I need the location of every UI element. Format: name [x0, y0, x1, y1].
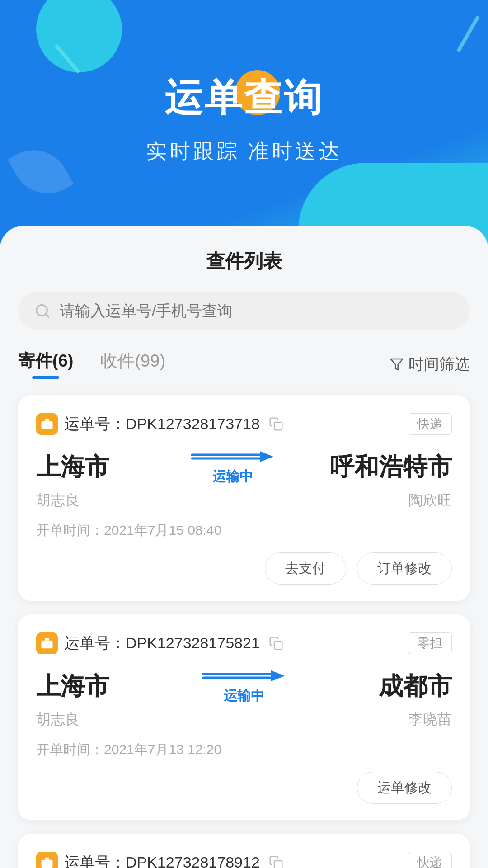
tab-receive[interactable]: 收件(99) [100, 349, 165, 379]
waybill-badge-3: 快递 [408, 852, 452, 868]
copy-icon-3[interactable] [269, 855, 283, 868]
waybill-icon-3 [36, 852, 58, 868]
waybill-card-2: 运单号：DPK127328175821 零担 上海市 运输中 成都市 [18, 614, 470, 820]
to-city-1: 呼和浩特市 [330, 451, 452, 484]
copy-icon-1[interactable] [269, 417, 283, 431]
waybill-header-1: 运单号：DPK127328173718 快递 [36, 413, 452, 435]
waybill-header-3: 运单号：DPK127328178912 快递 [36, 852, 452, 868]
hero-subtitle: 实时跟踪 准时送达 [146, 137, 343, 165]
filter-icon [389, 357, 404, 372]
arrow-svg-1 [188, 448, 278, 465]
pay-button-1[interactable]: 去支付 [265, 552, 346, 585]
search-icon [34, 303, 51, 319]
waybill-time-2: 开单时间：2021年7月13 12:20 [36, 741, 452, 759]
hero-title: 运单查询 [164, 72, 324, 124]
waybill-no-1: 运单号：DPK127328173718 [64, 414, 260, 434]
arrow-svg-2 [199, 668, 289, 684]
main-card: 查件列表 寄件(6) 收件(99) 时间筛选 运单号 [0, 226, 488, 868]
waybill-actions-2: 运单修改 [36, 772, 452, 804]
waybill-badge-2: 零担 [408, 632, 452, 654]
search-bar[interactable] [18, 292, 470, 330]
from-name-2: 胡志良 [36, 710, 136, 730]
waybill-header-left-1: 运单号：DPK127328173718 [36, 413, 283, 435]
waybill-header-left-2: 运单号：DPK127328175821 [36, 632, 283, 654]
route-status-1: 运输中 [212, 467, 253, 486]
waybill-header-2: 运单号：DPK127328175821 零担 [36, 632, 452, 654]
waybill-header-left-3: 运单号：DPK127328178912 [36, 852, 283, 868]
to-name-2: 李晓苗 [352, 710, 452, 730]
route-names-2: 胡志良 李晓苗 [36, 710, 452, 730]
hero-section: 运单查询 实时跟踪 准时送达 [0, 0, 488, 253]
search-input[interactable] [60, 302, 454, 320]
modify-order-button-1[interactable]: 订单修改 [357, 552, 452, 585]
route-row-2: 上海市 运输中 成都市 [36, 668, 452, 705]
svg-rect-13 [42, 860, 53, 868]
copy-icon-2[interactable] [269, 636, 283, 651]
hero-content: 运单查询 实时跟踪 准时送达 [0, 0, 488, 165]
to-city-2: 成都市 [352, 670, 452, 703]
to-name-1: 陶欣旺 [352, 491, 452, 510]
svg-rect-4 [274, 422, 282, 430]
route-names-1: 胡志良 陶欣旺 [36, 491, 452, 510]
waybill-no-3: 运单号：DPK127328178912 [64, 852, 260, 868]
svg-line-1 [46, 314, 49, 317]
time-filter-button[interactable]: 时间筛选 [389, 354, 470, 375]
route-row-1: 上海市 运输中 呼和浩特市 [36, 448, 452, 486]
svg-marker-2 [391, 359, 403, 370]
from-city-1: 上海市 [36, 451, 136, 484]
route-status-2: 运输中 [224, 687, 264, 705]
card-title: 查件列表 [18, 249, 470, 274]
time-filter-label: 时间筛选 [408, 354, 470, 375]
waybill-actions-1: 去支付 订单修改 [36, 552, 452, 585]
svg-marker-12 [271, 670, 285, 681]
waybill-card-3: 运单号：DPK127328178912 快递 [18, 834, 470, 868]
svg-rect-8 [42, 641, 53, 649]
waybill-card-1: 运单号：DPK127328173718 快递 上海市 运输中 呼和浩特市 [18, 395, 470, 601]
svg-rect-14 [274, 861, 282, 868]
waybill-icon-1 [36, 413, 58, 435]
from-city-2: 上海市 [36, 670, 136, 703]
svg-rect-9 [274, 642, 282, 649]
svg-rect-3 [42, 421, 53, 429]
tab-send[interactable]: 寄件(6) [18, 349, 73, 379]
waybill-icon-2 [36, 632, 58, 654]
waybill-time-1: 开单时间：2021年7月15 08:40 [36, 521, 452, 540]
route-arrow-1: 运输中 [188, 448, 278, 486]
waybill-no-2: 运单号：DPK127328175821 [64, 633, 260, 654]
modify-waybill-button-2[interactable]: 运单修改 [357, 772, 452, 804]
tabs-bar: 寄件(6) 收件(99) 时间筛选 [18, 349, 470, 379]
svg-marker-7 [260, 451, 273, 462]
route-arrow-2: 运输中 [199, 668, 289, 705]
from-name-1: 胡志良 [36, 491, 136, 510]
waybill-badge-1: 快递 [408, 413, 452, 435]
